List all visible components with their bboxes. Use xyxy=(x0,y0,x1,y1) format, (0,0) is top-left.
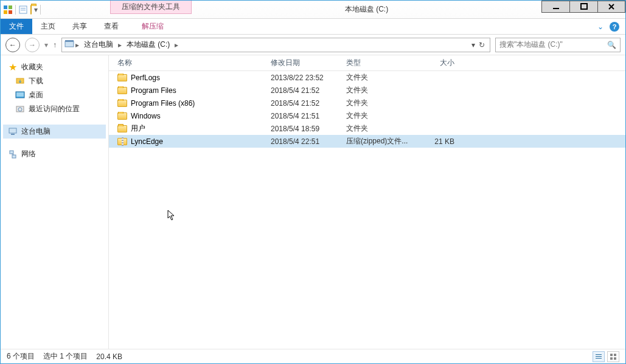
tab-file[interactable]: 文件 xyxy=(1,19,32,34)
address-bar[interactable]: ▸ 这台电脑 ▸ 本地磁盘 (C:) ▸ ▾ ↻ xyxy=(61,38,490,52)
nav-favorites[interactable]: ★收藏夹 xyxy=(3,60,106,74)
svg-rect-24 xyxy=(596,356,602,357)
status-count: 6 个项目 xyxy=(7,351,35,362)
file-list[interactable]: PerfLogs2013/8/22 23:52文件夹Program Files2… xyxy=(109,71,625,349)
folder-icon xyxy=(117,87,127,94)
svg-rect-2 xyxy=(4,10,7,14)
nav-this-pc[interactable]: 这台电脑 xyxy=(3,125,106,139)
app-icon xyxy=(3,5,13,15)
chevron-right-icon[interactable]: ▸ xyxy=(173,41,179,49)
svg-rect-29 xyxy=(614,357,616,360)
svg-rect-1 xyxy=(9,5,12,9)
file-name: PerfLogs xyxy=(131,74,160,82)
file-type: 文件夹 xyxy=(343,85,416,95)
tab-home[interactable]: 主页 xyxy=(32,19,64,34)
status-size: 20.4 KB xyxy=(96,352,122,361)
col-name[interactable]: 名称 xyxy=(114,58,267,68)
crumb-root[interactable]: 这台电脑 xyxy=(80,38,117,52)
search-input[interactable]: 搜索"本地磁盘 (C:)" 🔍 xyxy=(495,38,621,52)
help-icon[interactable]: ? xyxy=(610,22,619,32)
file-row[interactable]: Program Files (x86)2018/5/4 21:52文件夹 xyxy=(109,97,625,109)
svg-rect-0 xyxy=(4,5,7,9)
desktop-icon xyxy=(15,91,25,100)
view-large-icons-button[interactable] xyxy=(607,351,619,362)
file-date: 2018/5/4 18:59 xyxy=(267,125,343,133)
file-type: 压缩(zipped)文件... xyxy=(343,136,416,146)
view-details-button[interactable] xyxy=(593,351,605,362)
file-date: 2018/5/4 21:52 xyxy=(267,86,343,95)
status-bar: 6 个项目 选中 1 个项目 20.4 KB xyxy=(1,349,625,363)
folder-icon xyxy=(117,125,127,132)
title-bar: ▾ 压缩的文件夹工具 本地磁盘 (C:) xyxy=(1,1,625,19)
nav-desktop[interactable]: 桌面 xyxy=(3,88,106,102)
chevron-right-icon[interactable]: ▸ xyxy=(74,41,80,49)
nav-downloads[interactable]: 下载 xyxy=(3,74,106,88)
file-date: 2018/5/4 21:51 xyxy=(267,112,343,120)
contextual-tab-header: 压缩的文件夹工具 xyxy=(110,1,192,14)
col-size[interactable]: 大小 xyxy=(416,58,458,68)
column-headers: 名称 修改日期 类型 大小 xyxy=(109,55,625,71)
nav-up-button[interactable]: ↑ xyxy=(53,41,57,49)
computer-icon xyxy=(8,127,18,137)
file-date: 2013/8/22 23:52 xyxy=(267,74,343,82)
recent-icon xyxy=(15,105,25,114)
qat-folder-icon[interactable] xyxy=(30,5,32,14)
svg-rect-21 xyxy=(12,155,16,158)
refresh-icon[interactable]: ↻ xyxy=(479,41,485,49)
ribbon-expand-icon[interactable]: ⌄ xyxy=(597,22,603,31)
qat-dropdown-icon[interactable]: ▾ xyxy=(34,5,38,14)
close-button[interactable] xyxy=(597,1,625,13)
folder-icon xyxy=(117,74,127,81)
svg-rect-25 xyxy=(596,358,602,359)
tab-view[interactable]: 查看 xyxy=(96,19,127,34)
file-name: Windows xyxy=(131,112,161,120)
status-selection: 选中 1 个项目 xyxy=(43,351,88,362)
window-title: 本地磁盘 (C:) xyxy=(192,1,541,18)
svg-rect-27 xyxy=(614,354,616,356)
nav-forward-button[interactable]: → xyxy=(25,38,40,52)
nav-network[interactable]: 网络 xyxy=(3,147,106,161)
svg-rect-7 xyxy=(553,8,559,9)
navigation-pane: ★收藏夹 下载 桌面 最近访问的位置 这台电脑 网络 xyxy=(1,55,109,349)
nav-back-button[interactable]: ← xyxy=(5,38,20,52)
minimize-button[interactable] xyxy=(541,1,569,13)
svg-rect-28 xyxy=(610,357,613,360)
file-row[interactable]: PerfLogs2013/8/22 23:52文件夹 xyxy=(109,71,625,84)
location-icon xyxy=(64,39,74,50)
file-date: 2018/5/4 21:52 xyxy=(267,99,343,108)
nav-history-dropdown[interactable]: ▾ xyxy=(44,41,48,49)
qat-properties-icon[interactable] xyxy=(18,5,28,15)
svg-rect-3 xyxy=(9,10,12,14)
svg-rect-5 xyxy=(21,8,26,9)
svg-rect-18 xyxy=(9,128,16,133)
file-size: 21 KB xyxy=(416,137,458,146)
svg-rect-6 xyxy=(21,10,26,10)
file-row[interactable]: Windows2018/5/4 21:51文件夹 xyxy=(109,109,625,122)
file-name: 用户 xyxy=(131,123,145,134)
svg-rect-20 xyxy=(10,151,13,154)
svg-rect-11 xyxy=(65,41,74,47)
svg-rect-23 xyxy=(596,354,602,355)
col-type[interactable]: 类型 xyxy=(343,58,416,68)
window-controls xyxy=(541,1,625,18)
file-type: 文件夹 xyxy=(343,98,416,108)
tab-extract[interactable]: 解压缩 xyxy=(133,19,172,34)
nav-recent[interactable]: 最近访问的位置 xyxy=(3,102,106,116)
col-date[interactable]: 修改日期 xyxy=(267,58,343,68)
file-row[interactable]: Program Files2018/5/4 21:52文件夹 xyxy=(109,84,625,97)
file-name: Program Files xyxy=(131,86,176,95)
svg-rect-19 xyxy=(11,134,15,135)
downloads-icon xyxy=(15,77,25,86)
folder-icon xyxy=(117,112,127,120)
crumb-location[interactable]: 本地磁盘 (C:) xyxy=(123,38,173,52)
maximize-button[interactable] xyxy=(569,1,597,13)
file-row[interactable]: 用户2018/5/4 18:59文件夹 xyxy=(109,122,625,135)
star-icon: ★ xyxy=(8,63,18,72)
search-placeholder: 搜索"本地磁盘 (C:)" xyxy=(499,39,563,50)
file-row[interactable]: LyncEdge2018/5/4 22:51压缩(zipped)文件...21 … xyxy=(109,135,625,148)
tab-share[interactable]: 共享 xyxy=(64,19,96,34)
ribbon-tabs: 文件 主页 共享 查看 解压缩 ⌄ ? xyxy=(1,19,625,35)
address-dropdown-icon[interactable]: ▾ xyxy=(471,41,475,49)
file-type: 文件夹 xyxy=(343,72,416,83)
chevron-right-icon[interactable]: ▸ xyxy=(117,41,123,49)
